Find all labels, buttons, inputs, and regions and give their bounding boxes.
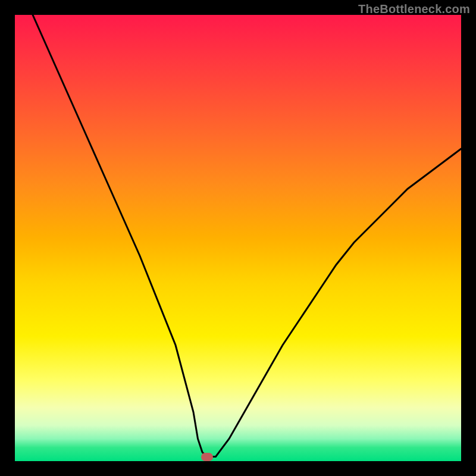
curve-svg [15,15,461,461]
optimum-marker [201,453,213,461]
plot-area [15,15,461,461]
chart-frame: TheBottleneck.com [0,0,476,476]
bottleneck-curve [33,15,461,457]
watermark-text: TheBottleneck.com [358,2,470,16]
